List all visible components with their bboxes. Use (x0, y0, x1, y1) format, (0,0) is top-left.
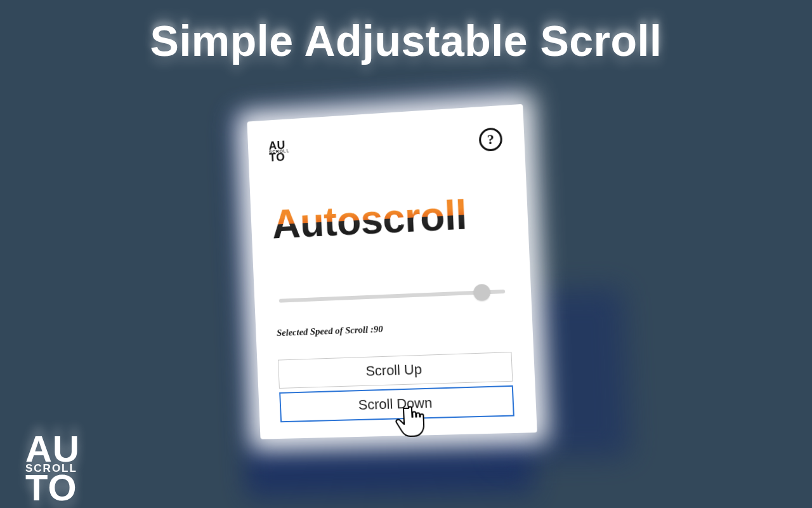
mini-logo-to: TO (270, 152, 291, 163)
speed-label-prefix: Selected Speed of Scroll : (277, 324, 374, 338)
slider-thumb[interactable] (473, 284, 490, 301)
scroll-up-button[interactable]: Scroll Up (278, 352, 513, 389)
help-icon[interactable]: ? (479, 127, 503, 152)
page-title-blur: Simple Adjustable Scroll (0, 22, 812, 72)
slider-track (279, 290, 506, 303)
help-glyph: ? (487, 131, 495, 148)
popup-header: AU SCROLL TO ? (269, 127, 503, 164)
page-title-area: Simple Adjustable Scroll Simple Adjustab… (0, 16, 812, 65)
app-title: Autoscroll (272, 189, 507, 248)
corner-logo-au: AU (25, 434, 80, 463)
corner-logo-to: TO (25, 473, 80, 502)
popup-stage: AU SCROLL TO ? Autoscroll Selected Speed… (247, 104, 537, 439)
scroll-down-button[interactable]: Scroll Down (280, 385, 515, 422)
speed-slider[interactable] (279, 282, 506, 311)
extension-popup: AU SCROLL TO ? Autoscroll Selected Speed… (247, 104, 537, 439)
mini-logo: AU SCROLL TO (269, 140, 291, 163)
speed-value: 90 (374, 324, 383, 335)
speed-label: Selected Speed of Scroll :90 (277, 319, 511, 338)
